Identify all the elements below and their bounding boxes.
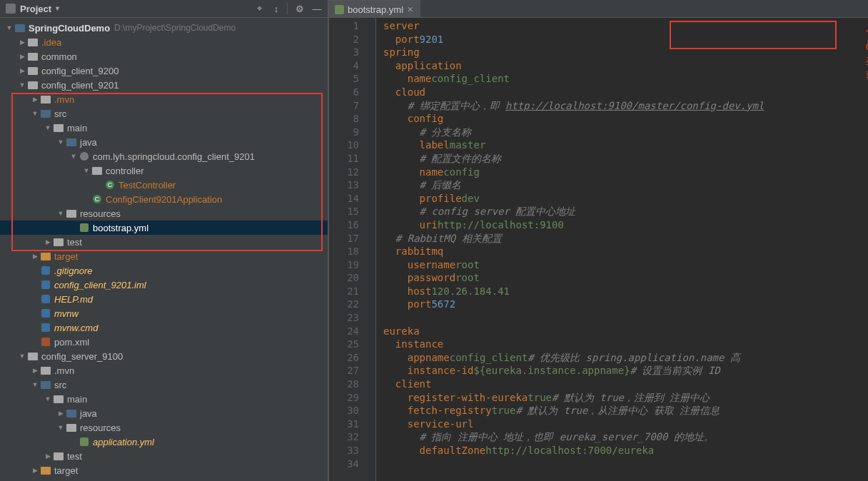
tree-item-config_server_9100[interactable]: ▼config_server_9100 bbox=[0, 349, 328, 363]
tree-item-application-yml[interactable]: ▶application.yml bbox=[0, 435, 328, 449]
tree-item-springclouddemo[interactable]: ▼SpringCloudDemoD:\myProject\SpringCloud… bbox=[0, 21, 328, 35]
close-tab-icon[interactable]: ✕ bbox=[407, 5, 413, 14]
settings-icon[interactable]: ⚙ bbox=[292, 1, 308, 16]
code-area[interactable]: server port9201spring application nameco… bbox=[376, 18, 868, 481]
project-icon bbox=[6, 4, 16, 14]
project-tree[interactable]: ▼SpringCloudDemoD:\myProject\SpringCloud… bbox=[0, 18, 328, 481]
tree-item-src[interactable]: ▼src bbox=[0, 378, 328, 392]
tree-item-common[interactable]: ▶common bbox=[0, 49, 328, 64]
tree-item-pom-xml[interactable]: ▶pom.xml bbox=[0, 335, 328, 349]
tree-item-label: mvnw bbox=[54, 308, 79, 319]
expand-arrow-icon[interactable]: ▼ bbox=[17, 353, 27, 360]
yml-icon bbox=[335, 5, 344, 14]
tree-item-label: target bbox=[54, 251, 78, 262]
tree-item-label: java bbox=[80, 137, 97, 148]
project-title: Project bbox=[20, 4, 51, 14]
expand-arrow-icon[interactable]: ▶ bbox=[30, 96, 40, 103]
expand-arrow-icon[interactable]: ▼ bbox=[56, 424, 66, 431]
expand-arrow-icon[interactable]: ▶ bbox=[30, 367, 40, 374]
expand-arrow-icon[interactable]: ▼ bbox=[56, 210, 66, 217]
tree-item-testcontroller[interactable]: ▶CTestController bbox=[0, 178, 328, 192]
tree-item-label: src bbox=[54, 108, 66, 119]
tree-item-resources[interactable]: ▼resources bbox=[0, 420, 328, 435]
tree-item-label: resources bbox=[80, 422, 121, 433]
tree-item-test[interactable]: ▶test bbox=[0, 449, 328, 463]
tree-item-controller[interactable]: ▼controller bbox=[0, 163, 328, 178]
tree-item-label: .mvn bbox=[54, 365, 74, 376]
project-dropdown-icon[interactable]: ▼ bbox=[54, 5, 61, 12]
tree-item--gitignore[interactable]: ▶.gitignore bbox=[0, 263, 328, 278]
expand-arrow-icon[interactable]: ▼ bbox=[30, 381, 40, 388]
tree-item--idea[interactable]: ▶.idea bbox=[0, 35, 328, 49]
tree-item-label: test bbox=[67, 237, 82, 248]
tab-bootstrap-yml[interactable]: bootstrap.yml ✕ bbox=[329, 0, 420, 17]
expand-arrow-icon[interactable]: ▶ bbox=[43, 452, 53, 460]
expand-arrow-icon[interactable]: ▼ bbox=[4, 24, 14, 31]
tree-item-test[interactable]: ▶test bbox=[0, 235, 328, 249]
locate-icon[interactable]: ⌖ bbox=[251, 1, 267, 16]
tree-item-label: main bbox=[67, 394, 87, 405]
tree-item-label: common bbox=[41, 51, 77, 62]
tree-item-label: test bbox=[67, 451, 82, 462]
tree-item-label: resources bbox=[80, 208, 121, 219]
expand-arrow-icon[interactable]: ▶ bbox=[43, 238, 53, 245]
tree-item-config_client_9201[interactable]: ▼config_client_9201 bbox=[0, 78, 328, 92]
scroll-icon[interactable]: ↕ bbox=[268, 1, 284, 16]
tree-item-label: config_client_9201 bbox=[41, 80, 118, 91]
tree-item-label: main bbox=[67, 123, 87, 133]
tree-item-label: application.yml bbox=[93, 437, 154, 447]
tree-item-mvnw[interactable]: ▶mvnw bbox=[0, 306, 328, 320]
expand-arrow-icon[interactable]: ▼ bbox=[43, 395, 53, 402]
tree-item-java[interactable]: ▶java bbox=[0, 406, 328, 420]
expand-arrow-icon[interactable]: ▶ bbox=[17, 53, 27, 60]
tree-item-src[interactable]: ▼src bbox=[0, 106, 328, 121]
expand-arrow-icon[interactable]: ▼ bbox=[17, 81, 27, 88]
tree-item-label: controller bbox=[106, 166, 143, 176]
tree-item-main[interactable]: ▼main bbox=[0, 121, 328, 135]
expand-arrow-icon[interactable]: ▶ bbox=[30, 253, 40, 260]
expand-arrow-icon[interactable]: ▼ bbox=[56, 138, 66, 146]
expand-arrow-icon[interactable]: ▼ bbox=[43, 124, 53, 131]
line-numbers: 1234567891011121314151617181920212223242… bbox=[329, 18, 369, 481]
expand-arrow-icon[interactable]: ▶ bbox=[30, 467, 40, 474]
tab-label: bootstrap.yml bbox=[348, 4, 403, 15]
tree-item-label: HELP.md bbox=[54, 294, 93, 305]
expand-arrow-icon[interactable]: ▶ bbox=[17, 67, 27, 74]
editor[interactable]: 1234567891011121314151617181920212223242… bbox=[329, 18, 868, 481]
expand-arrow-icon[interactable]: ▼ bbox=[69, 153, 79, 160]
collapse-icon[interactable]: — bbox=[309, 1, 325, 16]
tree-item-label: pom.xml bbox=[54, 337, 89, 348]
tree-item--mvn[interactable]: ▶.mvn bbox=[0, 363, 328, 378]
tree-item-target[interactable]: ▶target bbox=[0, 249, 328, 263]
tree-item-help-md[interactable]: ▶HELP.md bbox=[0, 292, 328, 306]
tree-item-label: mvnw.cmd bbox=[54, 323, 98, 333]
tree-item-bootstrap-yml[interactable]: ▶bootstrap.yml bbox=[0, 221, 328, 235]
tree-item-label: bootstrap.yml bbox=[93, 223, 148, 233]
expand-arrow-icon[interactable]: ▼ bbox=[30, 110, 40, 117]
tree-item-java[interactable]: ▼java bbox=[0, 135, 328, 149]
expand-arrow-icon[interactable]: ▶ bbox=[56, 410, 66, 417]
tree-item-mvnw-cmd[interactable]: ▶mvnw.cmd bbox=[0, 320, 328, 335]
tree-item-target[interactable]: ▶target bbox=[0, 463, 328, 477]
expand-arrow-icon[interactable]: ▼ bbox=[81, 167, 91, 174]
tree-item-label: config_server_9100 bbox=[41, 351, 123, 362]
tree-item-label: config_client_9200 bbox=[41, 66, 118, 76]
tree-item-resources[interactable]: ▼resources bbox=[0, 206, 328, 221]
tree-item-label: ConfigClient9201Application bbox=[106, 194, 222, 205]
tree-item-label: config_client_9201.iml bbox=[54, 280, 146, 290]
tree-item-configclient9201application[interactable]: ▶CConfigClient9201Application bbox=[0, 192, 328, 206]
tree-item-label: target bbox=[54, 465, 78, 476]
tree-item--mvn[interactable]: ▶.mvn bbox=[0, 92, 328, 106]
tree-item-label: com.lyh.springcloud.config_client_9201 bbox=[93, 151, 255, 162]
tree-item-config_client_9200[interactable]: ▶config_client_9200 bbox=[0, 64, 328, 78]
expand-arrow-icon[interactable]: ▶ bbox=[17, 39, 27, 46]
project-toolbar: Project ▼ ⌖ ↕ ⚙ — bbox=[0, 0, 328, 18]
tree-item-com-lyh-springcloud-config_client_9201[interactable]: ▼com.lyh.springcloud.config_client_9201 bbox=[0, 149, 328, 163]
tree-item-config_client_9201-iml[interactable]: ▶config_client_9201.iml bbox=[0, 278, 328, 292]
tree-item-path: D:\myProject\SpringCloudDemo bbox=[114, 23, 236, 33]
tree-item-label: SpringCloudDemo bbox=[29, 23, 110, 34]
tree-item-label: TestController bbox=[118, 180, 176, 191]
fold-gutter bbox=[369, 18, 376, 481]
tree-item-label: src bbox=[54, 380, 66, 390]
tree-item-main[interactable]: ▼main bbox=[0, 392, 328, 406]
